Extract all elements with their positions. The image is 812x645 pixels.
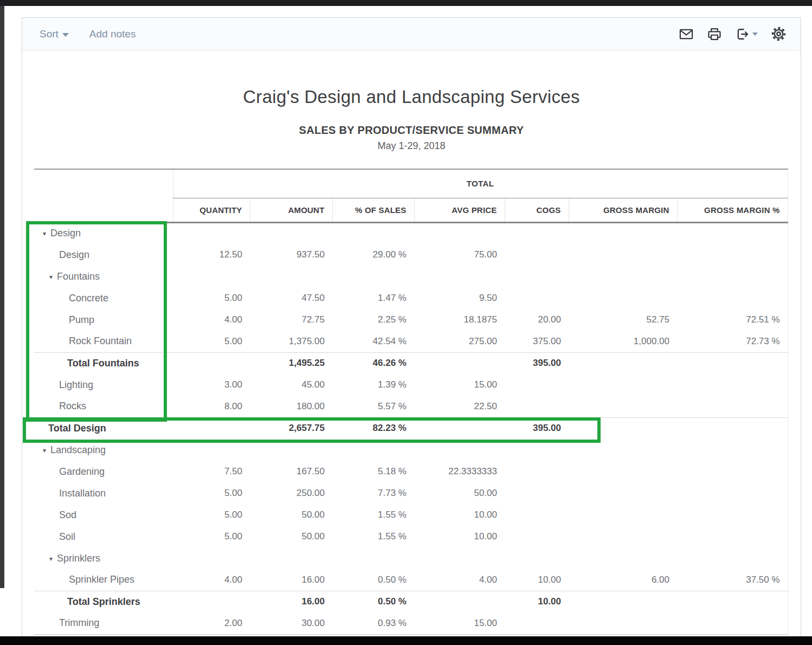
- cell-value: [505, 396, 569, 417]
- cell-value: [505, 461, 569, 482]
- collapse-arrow-icon[interactable]: ▾: [49, 555, 53, 563]
- cell-value: 395.00: [505, 352, 569, 374]
- group-row-label-cell[interactable]: ▾Landscaping: [34, 439, 173, 461]
- cell-value: [250, 222, 332, 244]
- export-button[interactable]: [735, 27, 758, 42]
- row-label: Total Sprinklers: [67, 596, 140, 607]
- row-label-cell: Sprinkler Pipes: [34, 569, 173, 591]
- cell-value: [569, 612, 677, 634]
- cell-value: [677, 417, 788, 439]
- cell-value: 3.00: [173, 374, 250, 396]
- cell-value: [569, 482, 677, 504]
- table-row: Concrete5.0047.501.47 %9.50: [34, 287, 788, 309]
- cell-value: 5.57 %: [332, 396, 414, 417]
- cell-value: 4.00: [414, 569, 505, 591]
- cell-value: 82.23 %: [332, 417, 414, 439]
- cell-value: 7.50: [173, 461, 250, 482]
- cell-value: [250, 439, 332, 461]
- row-label: Trimming: [59, 617, 99, 628]
- settings-button[interactable]: [771, 26, 787, 42]
- cell-value: 18.1875: [414, 309, 505, 331]
- cell-value: [569, 591, 677, 612]
- row-label-cell: Concrete: [34, 287, 173, 309]
- cell-value: [677, 612, 788, 634]
- email-icon: [679, 27, 694, 42]
- cell-value: 2,657.75: [250, 417, 332, 439]
- report-toolbar: Sort Add notes: [22, 18, 801, 50]
- table-row: Trimming2.0030.000.93 %15.00: [34, 612, 788, 634]
- sort-caret-icon: [62, 33, 69, 37]
- table-row: Design12.50937.5029.00 %75.00: [34, 244, 788, 266]
- cell-value: 5.00: [173, 287, 250, 309]
- cell-value: [332, 266, 414, 287]
- column-header-avg-price: AVG PRICE: [414, 198, 505, 222]
- export-caret-icon: [752, 33, 758, 36]
- table-row: Sprinkler Pipes4.0016.000.50 %4.0010.006…: [34, 569, 788, 591]
- window-bottom-edge: [0, 636, 812, 645]
- row-label-cell: Installation: [34, 482, 173, 504]
- group-row-label-cell[interactable]: ▾Fountains: [34, 266, 173, 287]
- column-header-cogs: COGS: [505, 198, 569, 222]
- cell-value: 10.00: [414, 526, 505, 547]
- cell-value: 6.00: [569, 569, 677, 591]
- cell-value: [414, 222, 505, 244]
- group-row-label-cell[interactable]: ▾Design: [34, 222, 173, 244]
- row-label: Lighting: [59, 379, 93, 390]
- cell-value: 10.00: [505, 591, 569, 612]
- cell-value: 4.00: [173, 309, 250, 331]
- cell-value: [505, 482, 569, 504]
- row-label: Rock Fountain: [69, 336, 132, 346]
- row-label: Sod: [59, 509, 76, 520]
- table-row: Gardening7.50167.505.18 %22.3333333: [34, 461, 788, 482]
- row-label: Landscaping: [50, 444, 106, 455]
- cell-value: 16.00: [250, 569, 332, 591]
- cell-value: 5.18 %: [332, 461, 414, 482]
- cell-value: [677, 547, 788, 569]
- group-row-label-cell[interactable]: ▾Sprinklers: [34, 547, 173, 569]
- window-left-edge: [0, 6, 4, 588]
- row-label: Sprinkler Pipes: [69, 574, 134, 585]
- cell-value: 0.50 %: [332, 591, 414, 612]
- cell-value: 8.00: [173, 396, 250, 417]
- collapse-arrow-icon[interactable]: ▾: [43, 447, 46, 454]
- cell-value: [677, 591, 788, 612]
- table-row: Lighting3.0045.001.39 %15.00: [34, 374, 788, 396]
- cell-value: [569, 504, 677, 526]
- collapse-arrow-icon[interactable]: ▾: [43, 230, 46, 237]
- cell-value: 2.25 %: [332, 309, 414, 331]
- cell-value: [173, 266, 250, 287]
- row-label-cell: Rock Fountain: [34, 331, 173, 352]
- email-button[interactable]: [679, 27, 694, 42]
- report-table-body: ▾DesignDesign12.50937.5029.00 %75.00▾Fou…: [34, 222, 788, 634]
- cell-value: [677, 461, 788, 482]
- print-button[interactable]: [707, 27, 722, 42]
- row-label-cell: Soil: [34, 526, 173, 547]
- cell-value: [677, 352, 788, 374]
- cell-value: 1,000.00: [569, 331, 677, 352]
- add-notes-button[interactable]: Add notes: [89, 28, 136, 40]
- sort-button[interactable]: Sort: [40, 28, 69, 40]
- cell-value: 45.00: [250, 374, 332, 396]
- cell-value: [677, 222, 788, 244]
- cell-value: 167.50: [250, 461, 332, 482]
- cell-value: 5.00: [173, 526, 250, 547]
- total-group-header: TOTAL: [173, 169, 788, 198]
- report-date-range: May 1-29, 2018: [22, 139, 801, 152]
- cell-value: [414, 417, 505, 439]
- cell-value: [569, 461, 677, 482]
- row-label-cell: Pump: [34, 309, 173, 331]
- cell-value: [677, 482, 788, 504]
- row-label-cell: Rocks: [34, 396, 173, 417]
- cell-value: 15.00: [414, 612, 505, 634]
- table-row: Rocks8.00180.005.57 %22.50: [34, 396, 788, 417]
- cell-value: [505, 547, 569, 569]
- cell-value: [414, 352, 505, 374]
- cell-value: [173, 547, 250, 569]
- cell-value: 72.75: [250, 309, 332, 331]
- row-label: Sprinklers: [57, 553, 100, 564]
- cell-value: [569, 222, 677, 244]
- cell-value: [505, 439, 569, 461]
- cell-value: [250, 547, 332, 569]
- collapse-arrow-icon[interactable]: ▾: [49, 273, 53, 281]
- column-header-of-sales: % OF SALES: [332, 198, 414, 222]
